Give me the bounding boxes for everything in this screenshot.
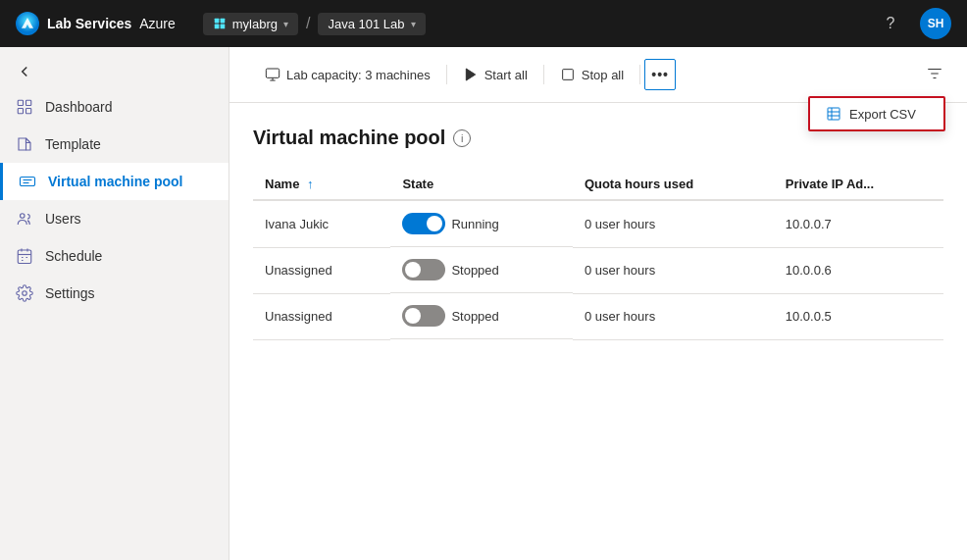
dashboard-icon [16,98,33,116]
svg-point-9 [21,214,25,219]
cell-state-1: Stopped [390,247,573,293]
breadcrumb-rg[interactable]: mylabrg ▾ [203,13,298,35]
cell-ip-0: 10.0.0.7 [774,200,943,247]
table-row: Ivana JukicRunning0 user hours10.0.0.7 [253,200,943,247]
breadcrumb-rg-label: mylabrg [232,17,278,31]
sidebar-item-schedule-label: Schedule [45,248,102,264]
main-layout: Dashboard Template Virtual machine pool [0,47,967,560]
svg-rect-14 [562,70,573,80]
start-icon [463,67,479,82]
state-label-0: Running [451,217,498,231]
export-csv-label: Export CSV [849,107,916,122]
users-icon [16,210,33,228]
topbar: Lab Services Azure mylabrg ▾ / Java 101 … [0,0,967,47]
chevron-down-icon: ▾ [283,19,288,29]
start-all-button[interactable]: Start all [451,61,539,88]
svg-rect-4 [18,100,23,105]
svg-rect-5 [26,100,31,105]
sidebar-item-settings-label: Settings [45,285,95,301]
help-button[interactable]: ? [877,10,904,37]
vm-toggle-0[interactable] [402,213,445,234]
svg-rect-15 [828,108,840,120]
state-label-1: Stopped [451,263,498,278]
cell-quota-0: 0 user hours [573,200,774,247]
cell-state-0: Running [390,201,573,247]
chevron-down-icon-2: ▾ [411,19,416,29]
col-state[interactable]: State [390,169,573,200]
sidebar-collapse-button[interactable] [0,55,229,88]
sidebar-item-users[interactable]: Users [0,200,229,237]
stop-all-button[interactable]: Stop all [548,61,636,88]
table-row: UnassignedStopped0 user hours10.0.0.6 [253,247,943,293]
sidebar-item-template-label: Template [45,136,101,152]
svg-rect-8 [21,178,35,186]
topbar-right: ? SH [877,8,951,39]
start-all-label: Start all [484,68,528,82]
cell-quota-1: 0 user hours [573,247,774,293]
cell-quota-2: 0 user hours [573,293,774,339]
lab-capacity-button[interactable]: Lab capacity: 3 machines [253,61,442,88]
sort-arrow-name: ↑ [307,177,314,191]
filter-button[interactable] [926,65,943,85]
app-logo: Lab Services Azure [16,12,176,35]
lab-capacity-label: Lab capacity: 3 machines [286,68,431,82]
breadcrumb-separator: / [306,15,310,32]
sidebar-item-schedule[interactable]: Schedule [0,237,229,275]
col-ip[interactable]: Private IP Ad... [774,169,943,200]
breadcrumb-lab[interactable]: Java 101 Lab ▾ [318,13,425,35]
toolbar: Lab capacity: 3 machines Start all Stop … [229,47,967,103]
ellipsis-icon: ••• [651,67,669,82]
vm-toggle-1[interactable] [402,259,445,280]
toolbar-separator-2 [543,65,544,84]
sidebar-item-settings[interactable]: Settings [0,275,229,312]
page-content: Virtual machine pool i Name ↑ State Quot… [229,103,967,560]
schedule-icon [16,247,33,265]
sidebar-item-users-label: Users [45,211,81,227]
cell-name-2: Unassigned [253,293,390,339]
azure-logo-icon [16,12,39,35]
breadcrumb: mylabrg ▾ / Java 101 Lab ▾ [203,13,426,35]
svg-rect-2 [215,25,220,29]
cell-ip-2: 10.0.0.5 [774,293,943,339]
sidebar-item-dashboard-label: Dashboard [45,99,113,115]
svg-rect-1 [220,19,225,24]
col-name[interactable]: Name ↑ [253,169,390,200]
more-actions-dropdown: Export CSV [808,96,945,131]
settings-icon [16,284,33,302]
vm-pool-icon [19,173,36,190]
table-icon [826,106,841,122]
svg-rect-6 [18,109,23,114]
svg-rect-7 [26,109,31,114]
cell-name-1: Unassigned [253,247,390,293]
cell-name-0: Ivana Jukic [253,200,390,247]
vm-toggle-2[interactable] [402,305,445,327]
sidebar: Dashboard Template Virtual machine pool [0,47,229,560]
sidebar-item-template[interactable]: Template [0,126,229,163]
col-quota[interactable]: Quota hours used [573,169,774,200]
app-name: Lab Services Azure [47,16,176,31]
svg-rect-0 [215,19,220,24]
svg-marker-13 [466,69,475,80]
info-icon[interactable]: i [453,129,471,147]
sidebar-item-vm-pool-label: Virtual machine pool [48,174,182,189]
table-row: UnassignedStopped0 user hours10.0.0.5 [253,293,943,339]
sidebar-item-dashboard[interactable]: Dashboard [0,88,229,126]
user-avatar[interactable]: SH [920,8,951,39]
monitor-icon [265,67,280,82]
more-actions-button[interactable]: ••• [644,59,676,90]
svg-rect-10 [18,250,31,264]
stop-all-label: Stop all [582,68,624,82]
svg-point-11 [23,291,27,296]
cell-ip-1: 10.0.0.6 [774,247,943,293]
state-label-2: Stopped [451,309,498,324]
vm-table: Name ↑ State Quota hours used Private IP… [253,169,943,340]
breadcrumb-lab-label: Java 101 Lab [328,17,404,31]
filter-icon [926,65,943,82]
sidebar-item-vm-pool[interactable]: Virtual machine pool [0,163,229,200]
export-csv-button[interactable]: Export CSV [810,98,943,129]
page-title: Virtual machine pool [253,127,445,149]
svg-rect-3 [220,25,225,29]
template-icon [16,135,33,153]
stop-icon [560,67,576,82]
toolbar-separator-3 [639,65,640,84]
